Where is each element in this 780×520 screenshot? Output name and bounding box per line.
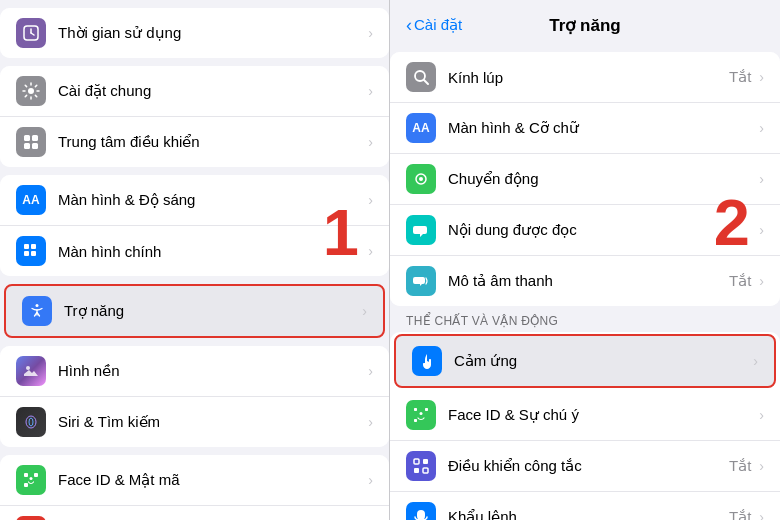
voice-control-label: Khẩu lệnh [448, 508, 729, 520]
svg-line-2 [31, 33, 34, 35]
sidebar-item-sos[interactable]: SOS SOS khẩn cấp › [0, 506, 389, 520]
svg-rect-30 [414, 408, 417, 411]
right-item-switch-control[interactable]: Điều khiển công tắc Tắt › [390, 441, 780, 492]
touch-icon [412, 346, 442, 376]
faceid-attention-label: Face ID & Sự chú ý [448, 406, 755, 424]
voice-value: Tắt [729, 508, 751, 520]
sidebar-item-control-center[interactable]: Trung tâm điều khiển › [0, 117, 389, 167]
spoken-content-label: Nội dung được đọc [448, 221, 755, 239]
sidebar-item-home-screen[interactable]: Màn hình chính › [0, 226, 389, 276]
sidebar-item-siri[interactable]: Siri & Tìm kiếm › [0, 397, 389, 447]
sidebar-item-faceid[interactable]: Face ID & Mật mã › [0, 455, 389, 506]
svg-point-12 [36, 304, 39, 307]
siri-label: Siri & Tìm kiếm [58, 413, 364, 431]
svg-rect-6 [24, 143, 30, 149]
svg-point-13 [26, 366, 30, 370]
arrow-icon: › [368, 363, 373, 379]
right-item-voice-control[interactable]: Khẩu lệnh Tắt › [390, 492, 780, 520]
arrow-icon: › [368, 83, 373, 99]
general-label: Cài đặt chung [58, 82, 364, 100]
faceid-label: Face ID & Mật mã [58, 471, 364, 489]
svg-rect-11 [31, 251, 36, 256]
arrow-icon: › [753, 353, 758, 369]
svg-rect-5 [32, 135, 38, 141]
display-text-label: Màn hình & Cỡ chữ [448, 119, 755, 137]
spoken-content-icon [406, 215, 436, 245]
right-settings-list: Kính lúp Tắt › AA Màn hình & Cỡ chữ [390, 44, 780, 520]
sidebar-item-general[interactable]: Cài đặt chung › [0, 66, 389, 117]
screen-time-icon [16, 18, 46, 48]
svg-rect-4 [24, 135, 30, 141]
sidebar-item-screen-time[interactable]: Thời gian sử dụng › [0, 8, 389, 58]
audio-value: Tắt [729, 272, 751, 290]
home-screen-label: Màn hình chính [58, 243, 364, 260]
sidebar-item-accessibility[interactable]: Trợ năng › [4, 284, 385, 338]
svg-rect-9 [31, 244, 36, 249]
accessibility-label: Trợ năng [64, 302, 358, 320]
arrow-icon: › [368, 414, 373, 430]
back-arrow-icon: ‹ [406, 15, 412, 36]
wallpaper-label: Hình nền [58, 362, 364, 380]
magnifier-icon [406, 62, 436, 92]
control-center-label: Trung tâm điều khiển [58, 133, 364, 151]
magnifier-value: Tắt [729, 68, 751, 86]
arrow-icon: › [368, 472, 373, 488]
switch-value: Tắt [729, 457, 751, 475]
arrow-icon: › [368, 243, 373, 259]
arrow-icon: › [368, 192, 373, 208]
control-center-icon [16, 127, 46, 157]
arrow-icon: › [759, 171, 764, 187]
arrow-icon: › [368, 134, 373, 150]
siri-icon [16, 407, 46, 437]
right-item-magnifier[interactable]: Kính lúp Tắt › [390, 52, 780, 103]
right-item-touch[interactable]: Cảm ứng › [394, 334, 776, 388]
sidebar-item-wallpaper[interactable]: Hình nền › [0, 346, 389, 397]
general-icon [16, 76, 46, 106]
arrow-icon: › [759, 458, 764, 474]
back-button[interactable]: ‹ Cài đặt [406, 15, 462, 36]
svg-point-15 [29, 418, 33, 426]
svg-point-29 [419, 177, 423, 181]
arrow-icon: › [362, 303, 367, 319]
faceid-icon [16, 465, 46, 495]
right-panel: 2 ‹ Cài đặt Trợ năng [390, 0, 780, 520]
right-item-spoken-content[interactable]: Nội dung được đọc › [390, 205, 780, 256]
svg-line-27 [424, 80, 428, 84]
back-label: Cài đặt [414, 16, 462, 34]
right-item-audio-description[interactable]: Mô tả âm thanh Tắt › [390, 256, 780, 306]
svg-rect-16 [24, 473, 28, 477]
touch-label: Cảm ứng [454, 352, 749, 370]
display-label: Màn hình & Độ sáng [58, 191, 364, 209]
wallpaper-icon [16, 356, 46, 386]
switch-control-label: Điều khiển công tắc [448, 457, 729, 475]
svg-rect-8 [24, 244, 29, 249]
svg-rect-35 [423, 459, 428, 464]
svg-rect-18 [24, 483, 28, 487]
faceid-attention-icon [406, 400, 436, 430]
svg-rect-32 [414, 419, 417, 422]
arrow-icon: › [759, 273, 764, 289]
left-settings-list: Thời gian sử dụng › [0, 0, 389, 520]
arrow-icon: › [759, 222, 764, 238]
svg-point-19 [30, 477, 33, 480]
right-item-display-text[interactable]: AA Màn hình & Cỡ chữ › [390, 103, 780, 154]
audio-description-icon [406, 266, 436, 296]
svg-rect-38 [417, 510, 425, 520]
svg-rect-17 [34, 473, 38, 477]
sos-icon: SOS [16, 516, 46, 520]
svg-rect-31 [425, 408, 428, 411]
sidebar-item-display[interactable]: AA Màn hình & Độ sáng › [0, 175, 389, 226]
display-icon: AA [16, 185, 46, 215]
audio-description-label: Mô tả âm thanh [448, 272, 729, 290]
accessibility-icon [22, 296, 52, 326]
screen-time-label: Thời gian sử dụng [58, 24, 364, 42]
motion-label: Chuyển động [448, 170, 755, 188]
svg-rect-34 [414, 459, 419, 464]
svg-point-33 [420, 412, 423, 415]
right-item-motion[interactable]: Chuyển động › [390, 154, 780, 205]
right-item-faceid-attention[interactable]: Face ID & Sự chú ý › [390, 390, 780, 441]
left-panel: 1 Thời gian sử dụng [0, 0, 390, 520]
arrow-icon: › [759, 69, 764, 85]
arrow-icon: › [759, 120, 764, 136]
display-text-icon: AA [406, 113, 436, 143]
